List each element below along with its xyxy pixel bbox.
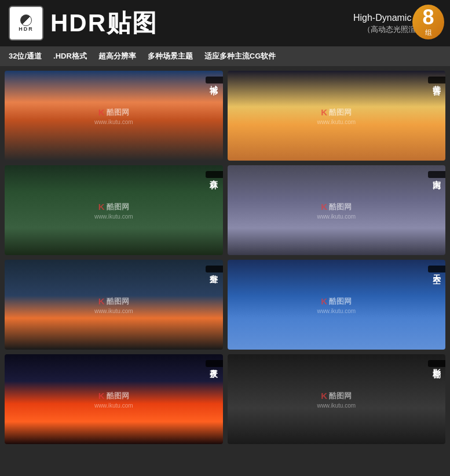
cell-studio: K 酷图网 www.ikutu.com 影棚 <box>228 354 446 444</box>
label-sky: 天空 <box>428 266 445 272</box>
img-desert <box>228 71 446 161</box>
group-badge-number: 8 <box>422 7 434 28</box>
hdr-icon: HDR <box>9 6 43 41</box>
img-studio-bg <box>228 354 446 444</box>
label-indoor: 室内 <box>428 171 445 178</box>
cell-sky: K 酷图网 www.ikutu.com 天空 <box>228 260 446 350</box>
page-title: HDR贴图 <box>50 7 158 39</box>
img-indoor-bg <box>228 165 446 255</box>
img-outdoor <box>5 260 223 350</box>
tag-scenes: 多种场景主题 <box>148 51 193 61</box>
group-badge-label: 组 <box>425 28 432 38</box>
cell-forest: K 酷图网 www.ikutu.com 森林 <box>5 165 223 255</box>
label-city: 城市 <box>206 77 223 83</box>
hdr-icon-label: HDR <box>19 26 34 32</box>
img-night-bg <box>5 354 223 444</box>
label-forest: 森林 <box>206 171 223 178</box>
img-city-bg <box>5 71 223 161</box>
img-night <box>5 354 223 444</box>
cell-outdoor: K 酷图网 www.ikutu.com 室外 <box>5 260 223 350</box>
img-city <box>5 71 223 161</box>
img-forest <box>5 165 223 255</box>
img-outdoor-bg <box>5 260 223 350</box>
cell-indoor: K 酷图网 www.ikutu.com 室内 <box>228 165 446 255</box>
tag-format: .HDR格式 <box>53 51 87 61</box>
img-studio <box>228 354 446 444</box>
img-sky-bg <box>228 260 446 350</box>
tag-resolution: 超高分辨率 <box>98 51 136 61</box>
tag-compatible: 适应多种主流CG软件 <box>204 51 276 61</box>
hdr-icon-circle <box>20 14 32 26</box>
cell-night: K 酷图网 www.ikutu.com 夜景 <box>5 354 223 444</box>
group-badge: 8 组 <box>412 5 444 39</box>
image-grid: K 酷图网 www.ikutu.com 城市 K 酷图网 www.ikutu.c… <box>0 66 450 449</box>
label-night: 夜景 <box>206 360 223 367</box>
label-desert: 黄昏 <box>428 77 445 83</box>
tag-bitdepth: 32位/通道 <box>9 51 42 61</box>
header: HDR HDR贴图 High-Dynamic Range （高动态光照渲染） 8… <box>0 0 450 46</box>
img-indoor <box>228 165 446 255</box>
tags-bar: 32位/通道 .HDR格式 超高分辨率 多种场景主题 适应多种主流CG软件 <box>0 46 450 66</box>
img-forest-bg <box>5 165 223 255</box>
cell-city: K 酷图网 www.ikutu.com 城市 <box>5 71 223 161</box>
img-desert-bg <box>228 71 446 161</box>
img-sky <box>228 260 446 350</box>
cell-desert: K 酷图网 www.ikutu.com 黄昏 <box>228 71 446 161</box>
label-outdoor: 室外 <box>206 266 223 272</box>
hdr-icon-top <box>20 14 32 26</box>
label-studio: 影棚 <box>428 360 445 367</box>
